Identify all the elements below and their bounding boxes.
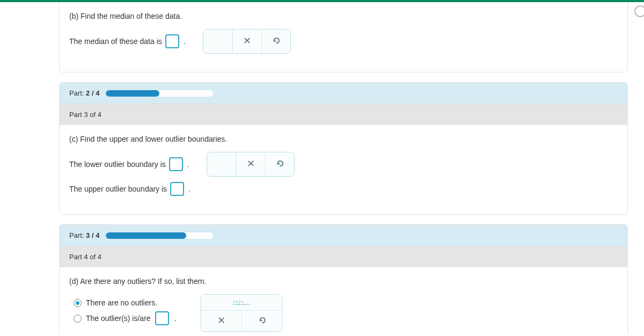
upper-boundary-input[interactable] (170, 182, 184, 196)
part-4-header: Part 4 of 4 (60, 246, 627, 267)
tool-blank-pane (203, 30, 232, 53)
period: . (188, 185, 191, 193)
undo-button[interactable] (265, 152, 294, 176)
outliers-input[interactable] (155, 311, 169, 325)
progress-2-fill (106, 90, 159, 97)
progress-2-label: Part: 2 / 4 (69, 89, 99, 97)
question-b-text: (b) Find the median of these data. (69, 12, 618, 20)
tool-blank-pane (207, 152, 236, 176)
part-b-tool-group (203, 29, 291, 54)
list-format-hint: □,□,... (229, 299, 254, 306)
clear-button[interactable] (232, 30, 261, 53)
period: . (184, 37, 186, 46)
lower-boundary-input[interactable] (169, 157, 183, 171)
question-d-text: (d) Are there any outliers? If so, list … (69, 277, 618, 286)
clear-button[interactable] (201, 311, 241, 331)
x-icon (243, 36, 251, 46)
undo-icon (272, 36, 280, 46)
undo-icon (258, 316, 266, 326)
radio-no-outliers[interactable] (74, 299, 82, 307)
clear-button[interactable] (236, 152, 265, 176)
part-c-tool-group (207, 152, 295, 177)
part-3-header: Part 3 of 4 (60, 104, 627, 125)
progress-2-bar (106, 90, 213, 97)
part-4-card: Part: 3 / 4 Part 4 of 4 (d) Are there an… (59, 224, 628, 334)
median-input[interactable] (165, 34, 179, 48)
list-format-button[interactable]: □,□,... (201, 295, 282, 311)
progress-3-label: Part: 3 / 4 (69, 231, 99, 239)
x-icon (217, 316, 225, 326)
x-icon (247, 159, 255, 169)
upper-boundary-prefix: The upper outlier boundary is (69, 185, 167, 193)
help-icon[interactable] (634, 5, 644, 17)
option-outliers-label: The outlier(s) is/are (86, 314, 151, 323)
undo-icon (276, 159, 284, 169)
progress-2-header: Part: 2 / 4 (60, 83, 627, 104)
period: . (187, 160, 189, 169)
median-prefix: The median of these data is (69, 37, 162, 46)
part-b-card: (b) Find the median of these data. The m… (59, 2, 628, 72)
radio-outliers-are[interactable] (74, 315, 82, 323)
part-3-card: Part: 2 / 4 Part 3 of 4 (c) Find the upp… (59, 82, 628, 215)
undo-button[interactable] (261, 30, 290, 53)
option-no-outliers-label: There are no outliers. (86, 298, 157, 307)
undo-button[interactable] (241, 311, 282, 331)
part-d-tool-group: □,□,... (201, 294, 282, 332)
progress-3-bar (106, 232, 213, 239)
question-c-text: (c) Find the upper and lower outlier bou… (69, 135, 618, 143)
period: . (174, 314, 177, 323)
lower-boundary-prefix: The lower outlier boundary is (69, 160, 166, 169)
progress-3-fill (106, 232, 186, 239)
progress-3-header: Part: 3 / 4 (60, 225, 627, 246)
